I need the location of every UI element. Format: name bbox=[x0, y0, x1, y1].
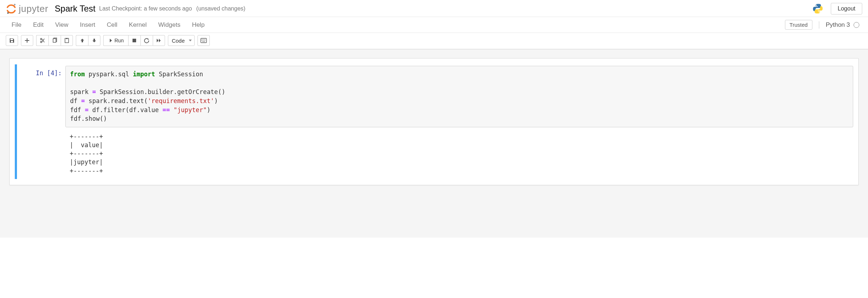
restart-kernel-button[interactable] bbox=[140, 35, 153, 46]
restart-icon bbox=[144, 38, 149, 43]
kernel-idle-icon bbox=[854, 22, 859, 28]
cell-type-select-wrap: Code bbox=[168, 35, 195, 46]
menu-view[interactable]: View bbox=[49, 18, 74, 32]
keyboard-icon bbox=[200, 38, 207, 43]
svg-point-4 bbox=[40, 38, 42, 40]
notebook-scroll-area[interactable]: In [4]: from pyspark.sql import SparkSes… bbox=[0, 50, 868, 238]
jupyter-logo[interactable]: jupyter bbox=[6, 3, 48, 14]
python-logo-icon bbox=[812, 3, 824, 14]
arrow-up-icon bbox=[80, 38, 85, 43]
svg-point-1 bbox=[7, 12, 9, 14]
move-cell-down-button[interactable] bbox=[88, 35, 100, 46]
menu-cell[interactable]: Cell bbox=[101, 18, 123, 32]
plus-icon bbox=[25, 38, 30, 43]
input-prompt: In [4]: bbox=[15, 66, 65, 178]
menu-widgets[interactable]: Widgets bbox=[152, 18, 186, 32]
svg-point-3 bbox=[819, 12, 820, 13]
notebook-name[interactable]: Spark Test bbox=[55, 4, 96, 14]
menu-insert[interactable]: Insert bbox=[74, 18, 101, 32]
autosave-status: (unsaved changes) bbox=[196, 5, 246, 12]
menu-edit[interactable]: Edit bbox=[27, 18, 49, 32]
notebook-header: jupyter Spark Test Last Checkpoint: a fe… bbox=[0, 0, 868, 17]
notebook-container: In [4]: from pyspark.sql import SparkSes… bbox=[9, 58, 859, 185]
insert-cell-below-button[interactable] bbox=[21, 35, 33, 46]
save-icon bbox=[9, 38, 15, 43]
stop-icon bbox=[132, 38, 136, 43]
svg-rect-9 bbox=[133, 39, 136, 42]
svg-rect-8 bbox=[66, 38, 68, 39]
trusted-indicator[interactable]: Trusted bbox=[785, 20, 812, 30]
menubar: File Edit View Insert Cell Kernel Widget… bbox=[0, 17, 868, 33]
menu-help[interactable]: Help bbox=[186, 18, 211, 32]
scissors-icon bbox=[40, 38, 45, 43]
run-icon bbox=[108, 38, 112, 43]
cell-type-select[interactable]: Code bbox=[168, 35, 195, 46]
interrupt-kernel-button[interactable] bbox=[128, 35, 140, 46]
save-button[interactable] bbox=[6, 35, 18, 46]
svg-point-5 bbox=[40, 41, 42, 43]
checkpoint-status: Last Checkpoint: a few seconds ago bbox=[99, 5, 192, 12]
run-cell-button[interactable]: Run bbox=[103, 35, 128, 46]
code-cell[interactable]: In [4]: from pyspark.sql import SparkSes… bbox=[15, 64, 853, 179]
cut-cell-button[interactable] bbox=[36, 35, 48, 46]
cell-output: +-------+ | value| +-------+ |jupyter| +… bbox=[65, 127, 853, 178]
toolbar: Run Code bbox=[0, 33, 868, 49]
cell-body: from pyspark.sql import SparkSession spa… bbox=[65, 66, 853, 178]
kernel-name: Python 3 bbox=[826, 21, 850, 29]
move-cell-up-button[interactable] bbox=[76, 35, 88, 46]
kernel-indicator[interactable]: Python 3 bbox=[819, 21, 859, 29]
arrow-down-icon bbox=[92, 38, 97, 43]
menu-file[interactable]: File bbox=[6, 18, 27, 32]
menu-kernel[interactable]: Kernel bbox=[123, 18, 152, 32]
code-input-area[interactable]: from pyspark.sql import SparkSession spa… bbox=[65, 66, 853, 127]
svg-rect-6 bbox=[53, 39, 56, 42]
paste-cell-button[interactable] bbox=[61, 35, 73, 46]
fast-forward-icon bbox=[156, 38, 161, 43]
svg-point-0 bbox=[14, 4, 16, 6]
jupyter-icon bbox=[6, 3, 17, 14]
logout-button[interactable]: Logout bbox=[831, 3, 862, 14]
jupyter-wordmark: jupyter bbox=[19, 3, 48, 14]
command-palette-button[interactable] bbox=[198, 35, 210, 46]
copy-icon bbox=[52, 38, 58, 43]
restart-run-all-button[interactable] bbox=[153, 35, 165, 46]
svg-point-2 bbox=[816, 5, 817, 6]
copy-cell-button[interactable] bbox=[48, 35, 61, 46]
paste-icon bbox=[64, 38, 70, 43]
